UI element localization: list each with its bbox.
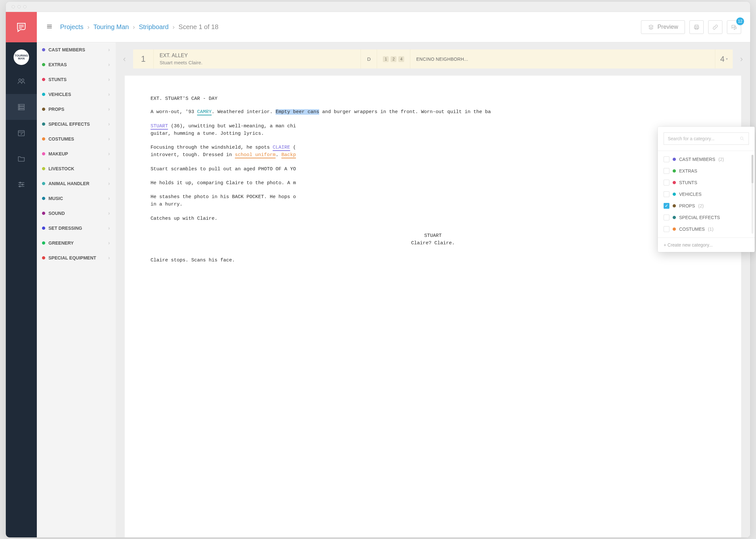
chevron-right-icon: › bbox=[108, 181, 110, 187]
svg-rect-6 bbox=[18, 130, 25, 136]
category-dot bbox=[42, 48, 45, 51]
cast-tag-chip: 1 bbox=[383, 56, 389, 62]
category-dot bbox=[42, 63, 45, 66]
category-dot bbox=[42, 212, 45, 215]
window-dot bbox=[12, 5, 15, 8]
category-label: STUNTS bbox=[48, 77, 67, 82]
project-badge: TOURING MAN bbox=[14, 49, 29, 65]
category-dot bbox=[42, 197, 45, 200]
script-paragraph: A worn-out, '93 CAMRY. Weathered interio… bbox=[151, 108, 410, 116]
category-label: SPECIAL EQUIPMENT bbox=[48, 255, 96, 261]
svg-point-12 bbox=[22, 184, 23, 185]
app-window: TOURING MAN bbox=[6, 2, 410, 299]
category-item[interactable]: SET DRESSING› bbox=[37, 221, 116, 236]
category-item[interactable]: LIVESTOCK› bbox=[37, 161, 116, 176]
svg-point-13 bbox=[19, 186, 21, 187]
category-dot bbox=[42, 108, 45, 111]
tagged-stuart[interactable]: STUART bbox=[151, 123, 168, 129]
tagged-camry[interactable]: CAMRY bbox=[197, 109, 212, 116]
category-label: VEHICLES bbox=[48, 92, 71, 97]
rail-settings-icon[interactable] bbox=[6, 172, 37, 197]
svg-point-1 bbox=[22, 79, 24, 81]
category-item[interactable]: ANIMAL HANDLER› bbox=[37, 176, 116, 191]
dialogue-cue: STUART Claire? Claire. bbox=[151, 232, 410, 247]
script-paragraph: He holds it up, comparing Claire to the … bbox=[151, 179, 410, 187]
script-area: ‹ 1 EXT. ALLEY Stuart meets Claire. D 12… bbox=[116, 42, 410, 299]
category-label: ANIMAL HANDLER bbox=[48, 181, 90, 186]
category-item[interactable]: MUSIC› bbox=[37, 191, 116, 206]
scene-strip: ‹ 1 EXT. ALLEY Stuart meets Claire. D 12… bbox=[116, 42, 410, 76]
category-dot bbox=[42, 93, 45, 96]
left-rail: TOURING MAN bbox=[6, 12, 37, 299]
category-item[interactable]: CAST MEMBERS› bbox=[37, 42, 116, 57]
prev-scene-button[interactable]: ‹ bbox=[119, 49, 130, 68]
category-item[interactable]: COSTUMES› bbox=[37, 131, 116, 146]
project-avatar[interactable]: TOURING MAN bbox=[6, 42, 37, 68]
scene-summary: Stuart meets Claire. bbox=[160, 60, 202, 65]
script-page[interactable]: EXT. STUART'S CAR - DAY A worn-out, '93 … bbox=[125, 76, 410, 299]
category-label: SOUND bbox=[48, 211, 65, 216]
text-selection[interactable]: Empty beer cans bbox=[275, 109, 319, 115]
crumb-projects[interactable]: Projects bbox=[60, 23, 83, 31]
cast-tag-chip: 2 bbox=[391, 56, 396, 62]
category-label: SET DRESSING bbox=[48, 226, 82, 231]
chevron-right-icon: › bbox=[108, 151, 110, 157]
slugline: EXT. STUART'S CAR - DAY bbox=[151, 95, 410, 103]
cast-tag-chip: 4 bbox=[398, 56, 404, 62]
rail-folder-icon[interactable] bbox=[6, 146, 37, 172]
category-label: CAST MEMBERS bbox=[48, 47, 85, 52]
chevron-right-icon: › bbox=[108, 77, 110, 82]
cue-line: Claire? Claire. bbox=[151, 239, 410, 247]
chevron-right-icon: › bbox=[133, 23, 135, 31]
main-area: TOURING MAN bbox=[6, 12, 410, 299]
script-paragraph: He stashes the photo in his BACK POCKET.… bbox=[151, 193, 410, 208]
tagged-uniform[interactable]: school uniform bbox=[235, 152, 275, 158]
category-item[interactable]: SOUND› bbox=[37, 206, 116, 221]
chevron-right-icon: › bbox=[108, 210, 110, 216]
chevron-right-icon: › bbox=[108, 195, 110, 201]
menu-icon[interactable] bbox=[46, 23, 53, 31]
category-item[interactable]: EXTRAS› bbox=[37, 57, 116, 72]
scene-number: 1 bbox=[133, 49, 154, 68]
chevron-right-icon: › bbox=[173, 23, 175, 31]
category-item[interactable]: STUNTS› bbox=[37, 72, 116, 87]
crumb-current: Scene 1 of 18 bbox=[179, 23, 218, 31]
chevron-right-icon: › bbox=[108, 92, 110, 97]
script-paragraph: Focusing through the windshield, he spot… bbox=[151, 144, 410, 159]
scene-meta: EXT. ALLEY Stuart meets Claire. bbox=[154, 49, 361, 68]
category-item[interactable]: PROPS› bbox=[37, 102, 116, 116]
crumb-stripboard[interactable]: Stripboard bbox=[139, 23, 169, 31]
crumb-project[interactable]: Touring Man bbox=[93, 23, 129, 31]
strip-body[interactable]: 1 EXT. ALLEY Stuart meets Claire. D 124 … bbox=[133, 49, 410, 68]
titlebar bbox=[6, 2, 410, 12]
category-label: PROPS bbox=[48, 107, 64, 112]
category-label: LIVESTOCK bbox=[48, 166, 74, 171]
window-dot bbox=[18, 5, 21, 8]
category-item[interactable]: SPECIAL EQUIPMENT› bbox=[37, 251, 116, 265]
category-dot bbox=[42, 256, 45, 260]
category-dot bbox=[42, 227, 45, 230]
chevron-right-icon: › bbox=[108, 62, 110, 67]
scene-daynight: D bbox=[361, 49, 377, 68]
script-paragraph: Stuart scrambles to pull out an aged PHO… bbox=[151, 165, 410, 173]
svg-point-11 bbox=[20, 182, 21, 183]
tagged-backpack[interactable]: Backp bbox=[281, 152, 296, 158]
window-dot bbox=[23, 5, 27, 8]
category-item[interactable]: MAKEUP› bbox=[37, 146, 116, 161]
rail-stripboard-icon[interactable] bbox=[6, 94, 37, 120]
category-item[interactable]: SPECIAL EFFECTS› bbox=[37, 116, 116, 131]
rail-calendar-icon[interactable] bbox=[6, 120, 37, 146]
category-item[interactable]: VEHICLES› bbox=[37, 87, 116, 102]
rail-people-icon[interactable] bbox=[6, 68, 37, 94]
tagged-claire[interactable]: CLAIRE bbox=[273, 145, 290, 151]
category-dot bbox=[42, 137, 45, 141]
script-paragraph: Catches up with Claire. bbox=[151, 215, 410, 222]
category-label: GREENERY bbox=[48, 240, 74, 246]
chevron-right-icon: › bbox=[108, 106, 110, 112]
scene-title: EXT. ALLEY bbox=[160, 53, 188, 58]
app-logo[interactable] bbox=[6, 12, 37, 42]
category-dot bbox=[42, 167, 45, 170]
svg-point-0 bbox=[19, 79, 21, 81]
category-item[interactable]: GREENERY› bbox=[37, 236, 116, 251]
cue-character: STUART bbox=[151, 232, 410, 239]
